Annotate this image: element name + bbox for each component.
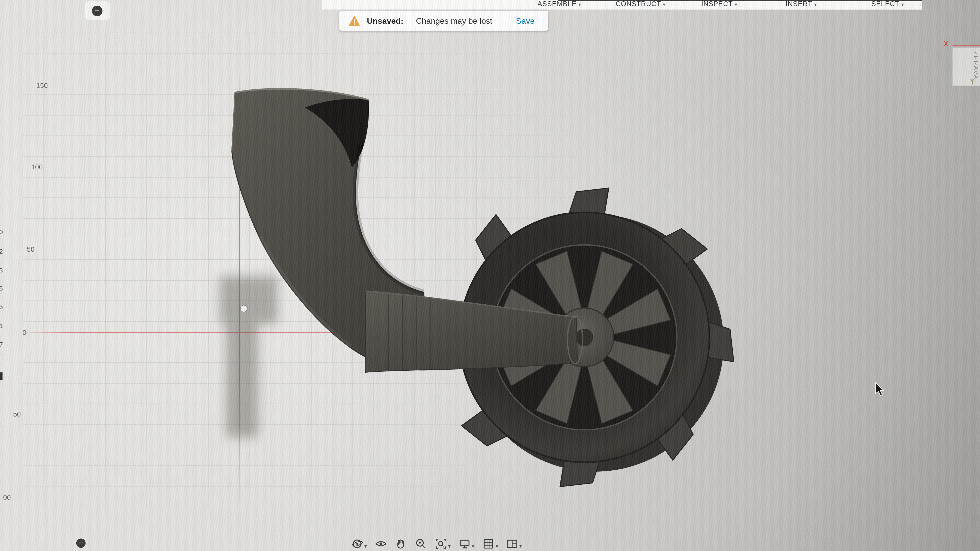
- viewcube-y-axis-label: Y: [970, 78, 975, 85]
- model-shadow: [220, 276, 277, 437]
- chevron-down-icon: ▾: [814, 2, 817, 7]
- warning-icon: [348, 15, 361, 26]
- chevron-down-icon[interactable]: ▾: [519, 544, 522, 550]
- chevron-down-icon: ▾: [579, 2, 581, 7]
- orbit-tool[interactable]: ▾: [351, 538, 367, 550]
- chevron-down-icon: ▾: [663, 2, 666, 7]
- zoom-icon: [415, 538, 427, 550]
- chevron-down-icon[interactable]: ▾: [448, 544, 451, 550]
- unsaved-notification: Unsaved: Changes may be lost Save: [339, 11, 549, 30]
- unsaved-title: Unsaved:: [367, 16, 404, 25]
- pan-hand-icon: [395, 538, 407, 550]
- navigation-toolbar: ▾ ▾: [351, 538, 522, 550]
- impeller-hub-center: [576, 329, 593, 346]
- viewcube-face-label: ZPRAVA: [973, 51, 980, 80]
- look-at-icon: [375, 538, 387, 550]
- orbit-icon: [351, 538, 363, 550]
- chevron-down-icon: ▾: [735, 2, 738, 7]
- display-settings-icon: [459, 538, 471, 550]
- menu-construct[interactable]: CONSTRUCT▾: [616, 0, 666, 9]
- blower-model-viewport[interactable]: [0, 0, 980, 551]
- screen-bezel-edge: [558, 0, 922, 1]
- mouse-cursor: [875, 383, 889, 399]
- viewcube-x-axis-line: [953, 45, 980, 46]
- save-button[interactable]: Save: [511, 12, 539, 29]
- origin-point[interactable]: [240, 305, 247, 312]
- menu-insert[interactable]: INSERT▾: [786, 0, 817, 9]
- menu-assemble[interactable]: ASSEMBLE▾: [538, 0, 581, 9]
- zoom-tool[interactable]: [415, 538, 427, 550]
- fit-tool[interactable]: ▾: [435, 538, 451, 550]
- zoom-out-button[interactable]: −: [92, 6, 103, 16]
- chevron-down-icon[interactable]: ▾: [496, 544, 498, 550]
- grid-and-snaps-tool[interactable]: ▾: [483, 538, 498, 550]
- viewports-icon: [506, 538, 518, 550]
- pan-tool[interactable]: [395, 538, 407, 550]
- viewports-tool[interactable]: ▾: [506, 538, 522, 550]
- chevron-down-icon[interactable]: ▾: [472, 544, 474, 550]
- cad-application-window: 150 100 50 0 50 00 0 2 3 5 5 1 7: [0, 0, 980, 551]
- menu-inspect[interactable]: INSPECT▾: [701, 0, 738, 9]
- viewcube-x-axis-label: X: [944, 40, 948, 48]
- display-settings-tool[interactable]: ▾: [459, 538, 474, 550]
- zoom-in-button[interactable]: +: [76, 538, 86, 548]
- viewcube[interactable]: ZPRAVA: [953, 48, 980, 86]
- fit-icon: [435, 538, 447, 550]
- menu-select[interactable]: SELECT▾: [871, 0, 904, 9]
- unsaved-message: Changes may be lost: [416, 16, 492, 25]
- grid-icon: [483, 538, 495, 550]
- chevron-down-icon: ▾: [901, 2, 904, 7]
- look-at-tool[interactable]: [375, 538, 387, 550]
- chevron-down-icon[interactable]: ▾: [364, 544, 367, 550]
